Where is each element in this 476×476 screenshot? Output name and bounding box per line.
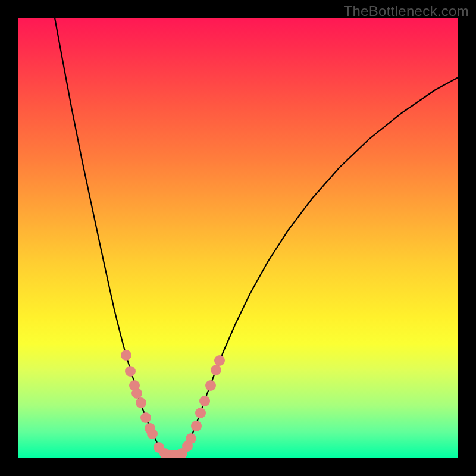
marker-dot: [211, 365, 221, 375]
watermark-text: TheBottleneck.com: [343, 3, 469, 20]
marker-dots: [121, 350, 225, 458]
marker-dot: [140, 412, 151, 423]
curve-left: [55, 18, 165, 455]
marker-dot: [121, 350, 131, 361]
marker-dot: [205, 380, 216, 391]
marker-dot: [136, 397, 146, 408]
marker-dot: [214, 355, 225, 366]
marker-dot: [186, 433, 196, 444]
marker-dot: [147, 428, 158, 439]
marker-dot: [191, 421, 202, 431]
marker-dot: [199, 396, 210, 406]
marker-dot: [131, 388, 142, 399]
plot-area: [18, 18, 458, 458]
chart-frame: TheBottleneck.com: [0, 0, 476, 476]
marker-dot: [195, 408, 206, 418]
marker-dot: [125, 366, 136, 377]
curve-right: [183, 77, 458, 455]
curve-svg: [18, 18, 458, 458]
